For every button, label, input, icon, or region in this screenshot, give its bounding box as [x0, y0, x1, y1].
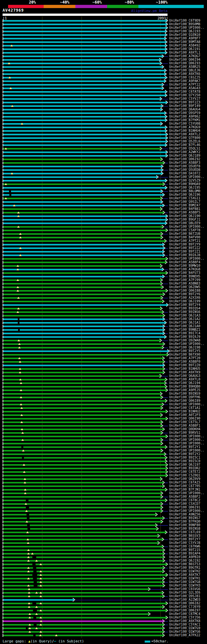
subject-label[interactable]: UniRef100_Q5UEF8	[169, 164, 200, 168]
subject-label[interactable]: UniRef100_A5B8F2	[169, 495, 200, 498]
subject-label[interactable]: UniRef100_B9T2Z0	[169, 363, 200, 367]
subject-label[interactable]: UniRef100_B6ST53	[169, 562, 200, 566]
subject-label[interactable]: UniRef100_B9T2Y1	[169, 445, 200, 449]
alignment-row[interactable]: UniRef100_A7PX22	[0, 634, 207, 637]
subject-label[interactable]: UniRef100_B7FKM1	[169, 118, 200, 122]
subject-label[interactable]: UniRef100_A9P862	[169, 115, 200, 118]
subject-label[interactable]: UniRef100_Q8LEJ6	[169, 68, 200, 72]
subject-label[interactable]: UniRef100_Q6Z0W5	[169, 285, 200, 289]
subject-label[interactable]: UniRef100_Q6J195	[169, 186, 200, 189]
subject-label[interactable]: UniRef100_C7J6Y0	[169, 605, 200, 608]
subject-label[interactable]: UniRef100_Q41072	[169, 171, 200, 175]
subject-label[interactable]: UniRef100_UPI000..	[169, 438, 204, 441]
subject-label[interactable]: UniRef100_Q6J1A2	[169, 317, 200, 321]
subject-label[interactable]: UniRef100_C6T705	[169, 484, 200, 488]
subject-label[interactable]: UniRef100_Q06I97	[169, 608, 200, 612]
subject-label[interactable]: UniRef100_Q7Y250	[169, 93, 200, 97]
subject-label[interactable]: UniRef100_A5B8F4	[169, 260, 200, 264]
subject-label[interactable]: UniRef100_Q9SIL7	[169, 200, 200, 203]
subject-label[interactable]: UniRef100_B1NHU4	[169, 129, 200, 132]
subject-label[interactable]: UniRef100_B9I7C4	[169, 331, 200, 335]
subject-label[interactable]: UniRef100_Q9ZWA8	[169, 338, 200, 342]
subject-label[interactable]: UniRef100_Q6AUG3	[169, 374, 200, 378]
subject-label[interactable]: UniRef100_C6TE72	[169, 470, 200, 473]
subject-label[interactable]: UniRef100_B1NHU2	[169, 410, 200, 413]
subject-label[interactable]: UniRef100_B9T2Y4	[169, 303, 200, 306]
subject-label[interactable]: UniRef100_Q6Z0V9	[169, 477, 200, 481]
subject-label[interactable]: UniRef100_UPI000..	[169, 26, 204, 29]
subject-label[interactable]: UniRef100_Q5ZEL6	[169, 140, 200, 143]
subject-label[interactable]: UniRef100_A9XTK7	[169, 573, 200, 576]
subject-label[interactable]: UniRef100_B9T2Y7	[169, 537, 200, 541]
subject-label[interactable]: UniRef100_A9PBI0	[169, 555, 200, 559]
subject-label[interactable]: UniRef100_A7KQG7	[169, 54, 200, 58]
subject-label[interactable]: UniRef100_B9T2Z3	[169, 100, 200, 104]
subject-label[interactable]: UniRef100_Q9SJ81	[169, 594, 200, 598]
subject-label[interactable]: UniRef100_Q6J199	[169, 299, 200, 303]
subject-label[interactable]: UniRef100_B9NEH5	[169, 275, 200, 278]
subject-label[interactable]: UniRef100_UPI000..	[169, 342, 204, 346]
subject-label[interactable]: UniRef100_A9XTK6	[169, 72, 200, 76]
subject-label[interactable]: UniRef100_B9I6J9	[169, 335, 200, 338]
subject-label[interactable]: UniRef100_C5Z0Q1	[169, 473, 200, 477]
subject-label[interactable]: UniRef100_B9IQS4	[169, 306, 200, 310]
subject-label[interactable]: UniRef100_B9IAP4	[169, 552, 200, 555]
subject-label[interactable]: UniRef100_Q06I91	[169, 505, 200, 509]
subject-label[interactable]: UniRef100_Q6J189	[169, 154, 200, 157]
subject-label[interactable]: UniRef100_UPI000..	[169, 402, 204, 406]
subject-label[interactable]: UniRef100_A7KQG9	[169, 125, 200, 129]
subject-label[interactable]: UniRef100_B9HQA9	[169, 182, 200, 186]
subject-label[interactable]: UniRef100_A9XTL2	[169, 132, 200, 136]
subject-label[interactable]: UniRef100_B9MW10	[169, 264, 200, 267]
subject-label[interactable]: UniRef100_A9NZ56	[169, 513, 200, 516]
subject-label[interactable]: UniRef100_A9PAK7	[169, 79, 200, 83]
subject-label[interactable]: UniRef100_Q6J191	[169, 47, 200, 51]
subject-label[interactable]: UniRef100_B6TZU8	[169, 232, 200, 235]
subject-label[interactable]: UniRef100_B7FL46	[169, 143, 200, 147]
subject-label[interactable]: UniRef100_Q2L3E6	[169, 591, 200, 594]
subject-label[interactable]: UniRef100_C6T5L7	[169, 420, 200, 424]
subject-label[interactable]: UniRef100_Q1W7G8	[169, 580, 200, 584]
subject-label[interactable]: UniRef100_UPI000..	[169, 257, 204, 260]
subject-label[interactable]: UniRef100_C6TL69	[169, 530, 200, 534]
subject-label[interactable]: UniRef100_B9HQB0	[169, 385, 200, 388]
subject-label[interactable]: UniRef100_UPI000..	[169, 441, 204, 445]
subject-label[interactable]: UniRef100_A5BN83	[169, 282, 200, 285]
subject-label[interactable]: UniRef100_B4FB81	[169, 207, 200, 211]
subject-label[interactable]: UniRef100_A2X3X6	[169, 296, 200, 299]
subject-label[interactable]: UniRef100_B9GFJ1	[169, 218, 200, 221]
subject-label[interactable]: UniRef100_C5XCD7	[169, 502, 200, 505]
subject-label[interactable]: UniRef100_B9MZ47	[169, 203, 200, 207]
subject-label[interactable]: UniRef100_A7PT21	[169, 239, 200, 243]
subject-label[interactable]: UniRef100_B9INS9	[169, 392, 200, 395]
subject-label[interactable]: UniRef100_Q06I88	[169, 289, 200, 292]
subject-label[interactable]: UniRef100_Q6J192	[169, 559, 200, 562]
subject-label[interactable]: UniRef100_Q7F800	[169, 136, 200, 140]
subject-label[interactable]: UniRef100_A2ZWD3	[169, 598, 200, 601]
subject-label[interactable]: UniRef100_Q2V5Z9	[169, 179, 200, 182]
subject-label[interactable]: UniRef100_A5B8F5	[169, 211, 200, 214]
subject-label[interactable]: UniRef100_C6TMC4	[169, 612, 200, 616]
subject-label[interactable]: UniRef100_C5XP78	[169, 228, 200, 232]
subject-label[interactable]: UniRef100_UPI000..	[169, 434, 204, 438]
subject-label[interactable]: UniRef100_B4FV00	[169, 235, 200, 239]
subject-label[interactable]: UniRef100_B9T2Z2	[169, 246, 200, 250]
subject-label[interactable]: UniRef100_Q6J193	[169, 29, 200, 33]
subject-label[interactable]: UniRef100_Q1W7H1	[169, 576, 200, 580]
subject-label[interactable]: UniRef100_Q1W7G9	[169, 626, 200, 630]
subject-label[interactable]: UniRef100_B4FU73	[169, 271, 200, 275]
subject-label[interactable]: UniRef100_A7PT22	[169, 83, 200, 86]
subject-label[interactable]: UniRef100_Q0DKH4	[169, 427, 200, 431]
subject-label[interactable]: UniRef100_Q1W7G6	[169, 630, 200, 633]
subject-label[interactable]: UniRef100_C5YJ56	[169, 616, 200, 619]
subject-label[interactable]: UniRef100_UPI000..	[169, 225, 204, 228]
subject-label[interactable]: UniRef100_A9P8F7	[169, 36, 200, 40]
subject-label[interactable]: UniRef100_B6TX90	[169, 353, 200, 356]
subject-label[interactable]: UniRef100_C6SZJ5	[169, 76, 200, 79]
subject-label[interactable]: UniRef100_B9T2Z1	[169, 250, 200, 253]
subject-label[interactable]: UniRef100_Q1W7H2	[169, 569, 200, 573]
subject-label[interactable]: UniRef100_B1NHU5	[169, 367, 200, 370]
subject-label[interactable]: UniRef100_Q6AUG4	[169, 108, 200, 111]
subject-label[interactable]: UniRef100_B9NBZ1	[169, 328, 200, 331]
subject-label[interactable]: UniRef100_Q6J1A1	[169, 321, 200, 324]
